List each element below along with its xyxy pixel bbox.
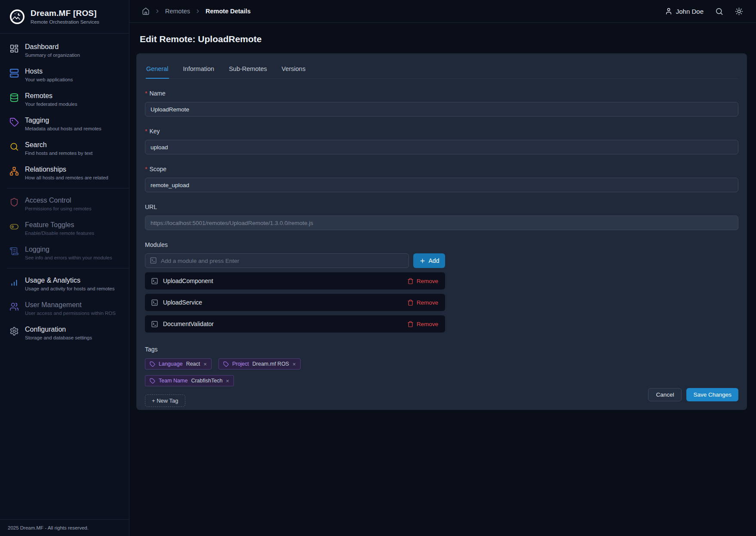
sidebar-item-logging[interactable]: Logging See info and errors within your … (0, 240, 129, 265)
tab-general[interactable]: General (146, 65, 169, 79)
sun-icon (735, 7, 743, 15)
tab-sub-remotes[interactable]: Sub-Remotes (228, 65, 267, 78)
tag-icon (150, 361, 155, 367)
main-content: Edit Remote: UploadRemote General Inform… (129, 23, 756, 536)
sidebar-item-access-control[interactable]: Access Control Permissions for using rem… (0, 191, 129, 216)
terminal-icon (150, 257, 157, 264)
tag-icon (9, 117, 19, 127)
trash-icon (407, 299, 414, 306)
page-title: Edit Remote: UploadRemote (140, 34, 744, 44)
sidebar: Dream.MF [ROS] Remote Orchestration Serv… (0, 0, 129, 536)
network-icon (9, 166, 19, 176)
app-title: Dream.MF [ROS] (31, 9, 99, 18)
module-row: UploadService Remove (145, 294, 445, 311)
tab-versions[interactable]: Versions (281, 65, 306, 78)
required-mark: * (145, 166, 147, 173)
toggle-icon (9, 222, 19, 231)
breadcrumb-current: Remote Details (206, 8, 251, 15)
tab-information[interactable]: Information (183, 65, 215, 78)
save-changes-button[interactable]: Save Changes (686, 388, 738, 401)
theme-toggle-button[interactable] (735, 7, 743, 15)
scope-input[interactable] (145, 178, 738, 192)
sidebar-item-remotes[interactable]: Remotes Your federated modules (0, 87, 129, 111)
topbar: Remotes Remote Details John Doe (129, 0, 756, 23)
remove-tag-icon[interactable]: × (203, 361, 207, 367)
database-icon (9, 93, 19, 102)
terminal-icon (151, 320, 158, 328)
bar-chart-icon (9, 277, 19, 287)
edit-remote-card: General Information Sub-Remotes Versions… (136, 53, 747, 410)
sidebar-item-usage-analytics[interactable]: Usage & Analytics Usage and activity for… (0, 271, 129, 296)
tag-value: CrabfishTech (191, 378, 222, 384)
scope-field-group: *Scope (145, 166, 738, 192)
sidebar-item-user-management[interactable]: User Management User access and permissi… (0, 296, 129, 320)
tags-label: Tags (145, 346, 738, 353)
sidebar-nav: Dashboard Summary of organization Hosts … (0, 34, 129, 519)
search-icon (9, 142, 19, 151)
name-field-group: *Name (145, 90, 738, 117)
app-subtitle: Remote Orchestration Services (31, 19, 99, 25)
scope-label: Scope (149, 166, 166, 173)
app-logo-icon (9, 9, 25, 25)
tag-key: Language (159, 361, 183, 367)
search-button[interactable] (715, 7, 723, 15)
remove-tag-icon[interactable]: × (226, 378, 229, 384)
chevron-right-icon (195, 8, 201, 14)
sidebar-item-feature-toggles[interactable]: Feature Toggles Enable/Disable remote fe… (0, 216, 129, 240)
user-menu[interactable]: John Doe (665, 7, 704, 15)
breadcrumb-remotes[interactable]: Remotes (165, 8, 190, 15)
module-name: DocumentValidator (163, 320, 214, 327)
new-tag-button[interactable]: + New Tag (145, 394, 185, 407)
sidebar-divider (7, 268, 129, 268)
url-field-group: URL (145, 203, 738, 230)
sidebar-item-search[interactable]: Search Find hosts and remotes by text (0, 136, 129, 160)
sidebar-item-dashboard[interactable]: Dashboard Summary of organization (0, 38, 129, 62)
dashboard-icon (9, 44, 19, 53)
remove-module-button[interactable]: Remove (407, 299, 438, 306)
trash-icon (407, 278, 414, 284)
remove-module-button[interactable]: Remove (407, 278, 438, 284)
server-icon (9, 68, 19, 78)
tag-chip: Language React × (145, 358, 212, 370)
url-label: URL (145, 203, 157, 210)
key-label: Key (149, 128, 160, 135)
shield-icon (9, 197, 19, 207)
required-mark: * (145, 90, 147, 97)
tag-key: Project (232, 361, 249, 367)
remove-tag-icon[interactable]: × (292, 361, 296, 367)
person-icon (665, 7, 673, 15)
plus-icon (419, 258, 426, 264)
name-label: Name (149, 90, 165, 97)
gear-icon (9, 327, 19, 336)
module-row: UploadComponent Remove (145, 272, 445, 290)
add-module-button[interactable]: Add (413, 253, 445, 268)
key-field-group: *Key (145, 128, 738, 154)
tag-value: React (186, 361, 200, 367)
sidebar-item-relationships[interactable]: Relationships How all hosts and remotes … (0, 160, 129, 185)
brand-header: Dream.MF [ROS] Remote Orchestration Serv… (0, 0, 129, 34)
users-icon (9, 302, 19, 311)
name-input[interactable] (145, 102, 738, 117)
tag-chip: Team Name CrabfishTech × (145, 375, 234, 386)
cancel-button[interactable]: Cancel (648, 388, 682, 401)
home-icon[interactable] (142, 7, 150, 15)
terminal-icon (151, 299, 158, 306)
copyright-footer: 2025 Dream.MF - All rights reserved. (0, 519, 129, 536)
modules-section: Modules Add (145, 241, 738, 333)
modules-label: Modules (145, 241, 168, 248)
tag-icon (150, 378, 155, 384)
sidebar-item-configuration[interactable]: Configuration Storage and database setti… (0, 320, 129, 345)
add-module-input[interactable] (145, 253, 409, 268)
sidebar-divider (7, 188, 129, 188)
key-input[interactable] (145, 140, 738, 154)
module-name: UploadService (163, 299, 202, 306)
remove-module-button[interactable]: Remove (407, 321, 438, 327)
sidebar-item-tagging[interactable]: Tagging Metadata about hosts and remotes (0, 111, 129, 136)
user-name: John Doe (676, 8, 704, 15)
form-actions: Cancel Save Changes (648, 388, 738, 401)
tag-icon (223, 361, 229, 367)
module-name: UploadComponent (163, 277, 213, 284)
sidebar-item-hosts[interactable]: Hosts Your web applications (0, 62, 129, 87)
trash-icon (407, 321, 414, 327)
module-row: DocumentValidator Remove (145, 315, 445, 333)
